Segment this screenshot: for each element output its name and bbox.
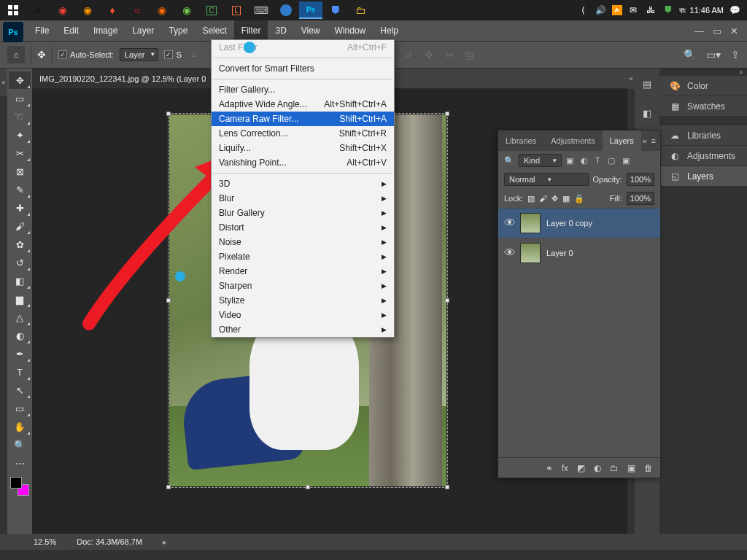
menu-item-blur-gallery[interactable]: Blur Gallery [212,206,394,220]
menu-item-render[interactable]: Render [212,264,394,279]
new-layer-icon[interactable]: ▣ [627,463,635,473]
panel-tab-color[interactable]: 🎨Color [659,76,747,96]
layer-item[interactable]: 👁 Layer 0 copy [498,208,660,238]
transform-handle-mr[interactable] [445,298,449,303]
share-icon[interactable]: ⇪ [731,49,740,61]
layer-name[interactable]: Layer 0 [546,249,573,257]
defender-tray-icon[interactable]: ⛊ [662,4,675,17]
search-layers-icon[interactable]: 🔍 [504,156,514,166]
show-hidden-icons-icon[interactable]: ⟨ [577,4,590,17]
path-select-tool[interactable]: ↖ [9,381,31,399]
menu-item-distort[interactable]: Distort [212,220,394,235]
volume-icon[interactable]: 🔊 [595,4,608,17]
marquee-tool[interactable]: ▭ [9,90,31,107]
transform-handle-bc[interactable] [306,485,310,489]
panel-menu-icon[interactable]: ≡ [651,136,656,145]
menu-item-sharpen[interactable]: Sharpen [212,279,394,293]
auto-select-checkbox[interactable]: ✓ Auto-Select: [58,50,114,59]
workspace-icon[interactable]: ▭▾ [706,49,721,61]
transform-handle-ml[interactable] [166,298,171,303]
transform-handle-bl[interactable] [166,485,171,489]
3d-zoom-icon[interactable]: ▤ [463,49,476,61]
menu-item-lens-correction[interactable]: Lens Correction...Shift+Ctrl+R [212,126,394,141]
firefox-icon[interactable]: ◉ [76,1,99,19]
minimize-button[interactable]: — [694,26,704,36]
close-button[interactable]: ✕ [730,26,738,36]
group-icon[interactable]: 🗀 [610,463,619,473]
color-swatches[interactable] [9,475,31,497]
filter-smart-icon[interactable]: ▣ [622,156,630,166]
align-left-icon[interactable]: ≡ [187,49,201,61]
explorer-icon[interactable]: 🗀 [349,1,372,19]
healing-tool[interactable]: ✚ [9,199,31,217]
eyedropper-tool[interactable]: ✎ [9,181,31,198]
menu-help[interactable]: Help [373,20,406,41]
layer-thumbnail[interactable] [520,243,541,263]
menu-item-other[interactable]: Other [212,322,394,337]
app-l-icon[interactable]: L [225,1,248,19]
menu-3d[interactable]: 3D [268,20,293,41]
foreground-swatch[interactable] [10,477,22,489]
panel-expand-icon[interactable]: » [642,136,646,145]
hand-tool[interactable]: ✋ [9,418,31,435]
menu-item-stylize[interactable]: Stylize [212,293,394,308]
status-more-icon[interactable]: ▸ [163,537,167,547]
clone-stamp-tool[interactable]: ✿ [9,236,31,253]
fill-value[interactable]: 100% [627,192,654,205]
visibility-toggle-icon[interactable]: 👁 [504,217,514,230]
lock-all-icon[interactable]: 🔒 [574,194,584,203]
menu-item-noise[interactable]: Noise [212,235,394,249]
lock-position-icon[interactable]: ✥ [551,194,558,203]
menu-file[interactable]: File [28,20,56,41]
torch-icon[interactable]: ◉ [175,1,198,19]
menu-image[interactable]: Image [86,20,125,41]
menu-layer[interactable]: Layer [125,20,161,41]
app-c-icon[interactable]: C [200,1,223,19]
panel-tab-libraries[interactable]: ☁Libraries [659,125,747,146]
start-button[interactable] [1,1,25,19]
avast-tray-icon[interactable]: A [612,5,622,15]
link-layers-icon[interactable]: ⚭ [546,463,553,473]
menu-filter[interactable]: Filter [234,20,268,41]
layer-item[interactable]: 👁 Layer 0 [498,238,660,268]
layer-mask-icon[interactable]: ◩ [577,463,585,473]
menu-item-liquify[interactable]: Liquify...Shift+Ctrl+X [212,141,394,155]
mail-tray-icon[interactable]: ✉ [627,4,640,17]
filter-shape-icon[interactable]: ▢ [608,156,615,166]
opacity-value[interactable]: 100% [627,173,654,186]
delete-layer-icon[interactable]: 🗑 [644,463,653,473]
panel-tab-adjustments[interactable]: ◐Adjustments [659,146,747,166]
menu-item-video[interactable]: Video [212,308,394,322]
search-icon[interactable]: 🔍 [684,49,696,61]
lock-pixels-icon[interactable]: 🖌 [539,194,547,203]
adjustment-layer-icon[interactable]: ◐ [594,463,601,473]
network-tray-icon[interactable]: 🖧 [644,4,657,17]
menu-item-convert-smart[interactable]: Convert for Smart Filters [212,61,394,76]
history-panel-icon[interactable]: ▤ [638,74,657,93]
layer-thumbnail[interactable] [520,213,541,233]
filter-type-icon[interactable]: T [595,156,600,166]
brush-tool[interactable]: 🖌 [9,217,31,235]
menu-type[interactable]: Type [161,20,195,41]
blend-mode-select[interactable]: Normal [504,173,589,186]
lock-artboard-icon[interactable]: ▦ [562,194,570,203]
doc-size[interactable]: Doc: 34.3M/68.7M [77,537,142,546]
camtasia-icon[interactable]: ◉ [150,1,174,19]
menu-window[interactable]: Window [328,20,374,41]
brave-icon[interactable]: ♦ [101,1,124,19]
zoom-level[interactable]: 12.5% [34,537,56,546]
layer-name[interactable]: Layer 0 copy [546,219,592,228]
action-center-icon[interactable]: 💬 [728,4,741,17]
dodge-tool[interactable]: ◐ [9,327,31,344]
layer-filter-select[interactable]: Kind [519,154,562,167]
panel-tab-libraries-inline[interactable]: Libraries [498,131,543,151]
frame-tool[interactable]: ⊠ [9,163,31,180]
home-icon[interactable]: ⌂ [7,46,25,63]
3d-pan-icon[interactable]: ✥ [422,49,436,61]
3d-roll-icon[interactable]: ⤾ [402,49,415,61]
transform-handle-tl[interactable] [166,112,171,116]
auto-select-target-select[interactable]: Layer [120,48,159,61]
visibility-toggle-icon[interactable]: 👁 [504,246,514,260]
menu-select[interactable]: Select [195,20,233,41]
crop-tool[interactable]: ✂ [9,144,31,162]
